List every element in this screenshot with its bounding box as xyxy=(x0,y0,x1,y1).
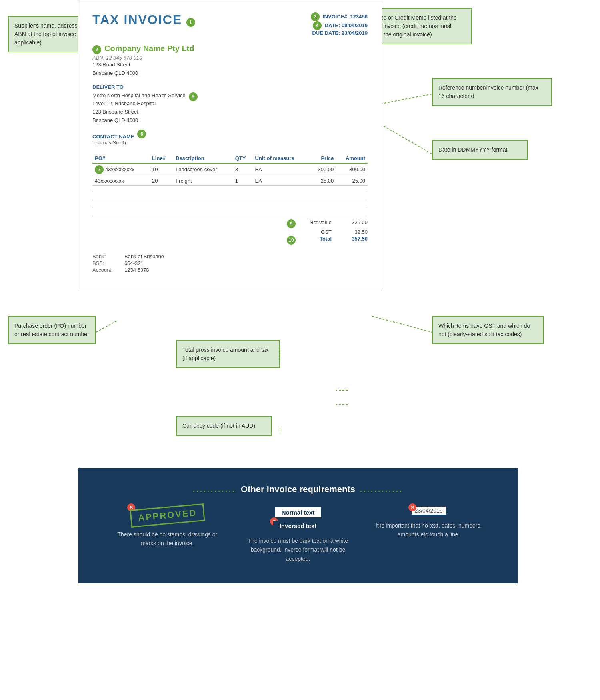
table-cell: 25.00 xyxy=(310,176,336,185)
table-cell: 300.00 xyxy=(310,163,336,176)
annotation-dateformat: Date in DDMMYYYY format xyxy=(432,140,528,160)
th-desc: Description xyxy=(173,154,233,163)
invoice-paper: TAX INVOICE 1 3 INVOICE#: 123456 4 DATE:… xyxy=(78,0,382,290)
annotation-po: Purchase order (PO) number or real estat… xyxy=(8,316,96,344)
table-header: PO# Line# Description QTY Unit of measur… xyxy=(92,154,368,163)
circle-4: 4 xyxy=(313,21,322,30)
bsb-label: BSB: xyxy=(92,260,124,266)
contact-row: CONTACT NAME 6 xyxy=(92,129,368,140)
date-underline: 23/04/2019 xyxy=(412,507,446,515)
deliver-line4: Brisbane QLD 4000 xyxy=(92,116,186,125)
company-address-2: Brisbane QLD 4000 xyxy=(92,69,368,78)
table-cell: 3 xyxy=(233,163,253,176)
bottom-item-3: ✕ 23/04/2019 It is important that no tex… xyxy=(374,507,483,539)
deliver-label: DELIVER TO xyxy=(92,84,368,90)
circle-5: 5 xyxy=(189,92,198,101)
table-cell: Leadscreen cover xyxy=(173,163,233,176)
annotation-totalgross: Total gross invoice amount and tax (if a… xyxy=(176,340,280,368)
company-abn: ABN: 12 345 678 910 xyxy=(92,55,368,61)
contact-name: Thomas Smith xyxy=(92,140,368,146)
text-demo: Normal text ✕ Inversed text xyxy=(243,507,353,531)
th-price: Price xyxy=(310,154,336,163)
table-cell: 743xxxxxxxxx xyxy=(92,163,150,176)
contact-label: CONTACT NAME xyxy=(92,134,134,140)
net-row: 9 Net value 325.00 xyxy=(284,219,368,228)
annotation-gst-text: Which items have GST and which do not (c… xyxy=(438,323,530,337)
company-name-row: 2 Company Name Pty Ltd xyxy=(92,44,368,55)
svg-line-4 xyxy=(380,124,432,154)
normal-text-box: Normal text xyxy=(274,507,322,518)
annotation-po-text: Purchase order (PO) number or real estat… xyxy=(14,323,89,337)
circle-10: 10 xyxy=(287,236,296,245)
account-value: 1234 5378 xyxy=(124,267,149,273)
annotation-totalgross-text: Total gross invoice amount and tax (if a… xyxy=(182,347,269,361)
bottom-title-text: Other invoice requirements xyxy=(241,484,355,495)
bottom-title-row: ............ Other invoice requirements … xyxy=(102,484,494,495)
table-cell: 43xxxxxxxxx xyxy=(92,176,150,185)
circle-3: 3 xyxy=(311,12,320,21)
total-row: 10 Total 357.50 xyxy=(284,236,368,245)
gst-label: GST xyxy=(296,229,336,235)
stamp-container: ✕ APPROVED xyxy=(130,507,204,524)
contact-section: CONTACT NAME 6 Thomas Smith xyxy=(92,129,368,146)
deliver-section: DELIVER TO Metro North Hospital and Heal… xyxy=(92,84,368,125)
invoice-meta: 3 INVOICE#: 123456 4 DATE: 09/04/2019 DU… xyxy=(311,12,368,36)
table-cell: 25.00 xyxy=(336,176,368,185)
annotation-gst: Which items have GST and which do not (c… xyxy=(432,316,544,344)
net-label-area: 9 xyxy=(287,219,296,228)
circle-9: 9 xyxy=(287,219,296,228)
account-label: Account: xyxy=(92,267,124,273)
date-label: DATE: xyxy=(325,22,340,28)
circle-1: 1 xyxy=(186,18,195,27)
total-label: Total xyxy=(296,236,336,245)
bottom-items: ✕ APPROVED There should be no stamps, dr… xyxy=(102,507,494,563)
x-mark-3: ✕ xyxy=(408,503,416,511)
table-cell: EA xyxy=(253,176,310,185)
totals-spacer-2 xyxy=(92,194,368,200)
table-cell: EA xyxy=(253,163,310,176)
th-amount: Amount xyxy=(336,154,368,163)
circle-2: 2 xyxy=(92,45,101,54)
annotation-refnum: Reference number/invoice number (max 16 … xyxy=(432,78,552,106)
page: Supplier's name, address and ABN at the … xyxy=(0,0,600,700)
th-qty: QTY xyxy=(233,154,253,163)
inverted-container: ✕ Inversed text xyxy=(273,521,323,531)
bsb-value: 654-321 xyxy=(124,260,144,266)
company-name: Company Name Pty Ltd xyxy=(104,44,194,53)
deliver-org: Metro North Hospital and Health Service xyxy=(92,92,186,100)
th-uom: Unit of measure xyxy=(253,154,310,163)
total-value: 357.50 xyxy=(336,236,368,245)
totals-spacer-1 xyxy=(92,186,368,192)
deliver-line2: Level 12, Brisbane Hospital xyxy=(92,100,186,108)
gst-value: 32.50 xyxy=(336,229,368,235)
date-container: ✕ 23/04/2019 xyxy=(412,507,446,515)
totals-spacer-3 xyxy=(92,202,368,208)
table-header-row: PO# Line# Description QTY Unit of measur… xyxy=(92,154,368,163)
invoice-table: PO# Line# Description QTY Unit of measur… xyxy=(92,154,368,186)
invoice-header: TAX INVOICE 1 3 INVOICE#: 123456 4 DATE:… xyxy=(92,12,368,36)
deliver-content: Metro North Hospital and Health Service … xyxy=(92,92,368,125)
bank-section: Bank: Bank of Brisbane BSB: 654-321 Acco… xyxy=(92,253,368,273)
table-cell: Freight xyxy=(173,176,233,185)
table-body: 743xxxxxxxxx10Leadscreen cover3EA300.003… xyxy=(92,163,368,186)
table-cell: 1 xyxy=(233,176,253,185)
totals-area: 9 Net value 325.00 GST 32.50 10 Total 35… xyxy=(92,219,368,245)
invoice-number-label: INVOICE#: xyxy=(323,14,349,20)
date-row: 4 DATE: 09/04/2019 xyxy=(311,21,368,30)
company-address-1: 123 Road Street xyxy=(92,61,368,69)
th-po: PO# xyxy=(92,154,150,163)
dots-left: ............ xyxy=(193,485,236,494)
annotation-currency-text: Currency code (if not in AUD) xyxy=(182,423,255,429)
invoice-number: 123456 xyxy=(350,14,368,20)
account-row: Account: 1234 5378 xyxy=(92,267,368,273)
svg-line-8 xyxy=(372,316,432,332)
gst-row: GST 32.50 xyxy=(284,229,368,235)
annotation-supplier-text: Supplier's name, address and ABN at the … xyxy=(14,22,88,46)
totals-spacer-4 xyxy=(92,210,368,216)
annotation-refnum-text: Reference number/invoice number (max 16 … xyxy=(438,84,538,99)
table-row: 43xxxxxxxxx20Freight1EA25.0025.00 xyxy=(92,176,368,185)
deliver-address: Metro North Hospital and Health Service … xyxy=(92,92,186,125)
invoice-title-area: TAX INVOICE 1 xyxy=(92,12,195,27)
circle-6: 6 xyxy=(137,130,146,138)
company-section: 2 Company Name Pty Ltd ABN: 12 345 678 9… xyxy=(92,44,368,78)
